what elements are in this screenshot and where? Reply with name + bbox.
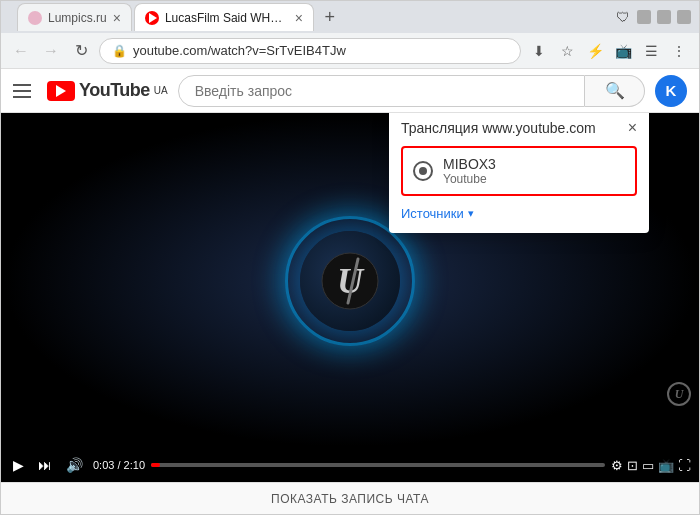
youtube-region: UA bbox=[154, 85, 168, 96]
title-bar-right: 🛡 bbox=[615, 9, 691, 25]
chat-bar-text: ПОКАЗАТЬ ЗАПИСЬ ЧАТА bbox=[271, 492, 429, 506]
tab-close-lumpics[interactable]: × bbox=[113, 10, 121, 26]
tab-youtube[interactable]: LucasFilm Said WHAT About My × bbox=[134, 3, 314, 31]
chat-bar[interactable]: ПОКАЗАТЬ ЗАПИСЬ ЧАТА bbox=[1, 482, 699, 514]
progress-bar[interactable] bbox=[151, 463, 605, 467]
youtube-logo: YouTubeUA bbox=[47, 80, 168, 101]
cast-device-item[interactable]: MIBOX3 Youtube bbox=[401, 146, 637, 196]
ue-watermark-letter: U bbox=[675, 387, 684, 402]
cast-popup-header: Трансляция www.youtube.com × bbox=[401, 120, 637, 136]
download-icon[interactable]: ⬇ bbox=[527, 39, 551, 63]
cast-sources-button[interactable]: Источники ▾ bbox=[401, 206, 637, 221]
cast-device-app: Youtube bbox=[443, 172, 496, 186]
minimize-button[interactable] bbox=[637, 10, 651, 24]
tabs-row: Lumpics.ru × LucasFilm Said WHAT About M… bbox=[9, 3, 609, 31]
hamburger-line bbox=[13, 84, 31, 86]
time-display: 0:03 / 2:10 bbox=[93, 459, 145, 471]
cast-browser-icon[interactable]: 📺 bbox=[611, 39, 635, 63]
theater-icon[interactable]: ▭ bbox=[642, 458, 654, 473]
youtube-header: YouTubeUA 🔍 K bbox=[1, 69, 699, 113]
refresh-button[interactable]: ↻ bbox=[69, 39, 93, 63]
extension-icon[interactable]: ⚡ bbox=[583, 39, 607, 63]
youtube-icon bbox=[47, 81, 75, 101]
play-button[interactable]: ▶ bbox=[9, 455, 28, 475]
new-tab-button[interactable]: + bbox=[316, 3, 344, 31]
cast-popup: Трансляция www.youtube.com × MIBOX3 Yout… bbox=[389, 113, 649, 233]
browser-window: Lumpics.ru × LucasFilm Said WHAT About M… bbox=[0, 0, 700, 515]
cast-device-name: MIBOX3 bbox=[443, 156, 496, 172]
cast-device-icon bbox=[413, 161, 433, 181]
title-bar: Lumpics.ru × LucasFilm Said WHAT About M… bbox=[1, 1, 699, 33]
ue-logo-container: U bbox=[300, 231, 400, 331]
address-right-icons: ⬇ ☆ ⚡ 📺 ☰ ⋮ bbox=[527, 39, 691, 63]
cast-video-icon[interactable]: 📺 bbox=[658, 458, 674, 473]
video-main: U Трансляция www.youtube.com × bbox=[1, 113, 699, 448]
miniplayer-icon[interactable]: ⊡ bbox=[627, 458, 638, 473]
cast-sources-arrow-icon: ▾ bbox=[468, 207, 474, 220]
lock-icon: 🔒 bbox=[112, 44, 127, 58]
video-container: U Трансляция www.youtube.com × bbox=[1, 113, 699, 482]
youtube-header-right: K bbox=[655, 75, 687, 107]
maximize-button[interactable] bbox=[657, 10, 671, 24]
back-button[interactable]: ← bbox=[9, 39, 33, 63]
tab-favicon-youtube bbox=[145, 11, 159, 25]
youtube-search: 🔍 bbox=[178, 75, 645, 107]
youtube-play-icon bbox=[56, 85, 66, 97]
hamburger-line bbox=[13, 90, 31, 92]
cast-sources-label: Источники bbox=[401, 206, 464, 221]
time-current: 0:03 bbox=[93, 459, 114, 471]
cast-device-info: MIBOX3 Youtube bbox=[443, 156, 496, 186]
youtube-logo-text: YouTube bbox=[79, 80, 150, 101]
close-button[interactable] bbox=[677, 10, 691, 24]
hamburger-menu[interactable] bbox=[13, 84, 37, 98]
url-text: youtube.com/watch?v=SrTvEIB4TJw bbox=[133, 43, 508, 58]
fullscreen-icon[interactable]: ⛶ bbox=[678, 458, 691, 473]
tab-title-youtube: LucasFilm Said WHAT About My bbox=[165, 11, 289, 25]
cast-popup-title: Трансляция www.youtube.com bbox=[401, 120, 596, 136]
tab-close-youtube[interactable]: × bbox=[295, 10, 303, 26]
video-controls-right: ⚙ ⊡ ▭ 📺 ⛶ bbox=[611, 458, 691, 473]
tab-title-lumpics: Lumpics.ru bbox=[48, 11, 107, 25]
forward-button[interactable]: → bbox=[39, 39, 63, 63]
ue-inner-circle: U bbox=[300, 231, 400, 331]
more-icon[interactable]: ⋮ bbox=[667, 39, 691, 63]
cast-close-button[interactable]: × bbox=[628, 120, 637, 136]
next-button[interactable]: ⏭ bbox=[34, 455, 56, 475]
shield-icon: 🛡 bbox=[615, 9, 631, 25]
search-input[interactable] bbox=[178, 75, 585, 107]
menu-icon[interactable]: ☰ bbox=[639, 39, 663, 63]
tab-lumpics[interactable]: Lumpics.ru × bbox=[17, 3, 132, 31]
ue-watermark: U bbox=[667, 382, 691, 406]
address-bar: ← → ↻ 🔒 youtube.com/watch?v=SrTvEIB4TJw … bbox=[1, 33, 699, 69]
settings-icon[interactable]: ⚙ bbox=[611, 458, 623, 473]
hamburger-line bbox=[13, 96, 31, 98]
profile-avatar[interactable]: K bbox=[655, 75, 687, 107]
url-bar[interactable]: 🔒 youtube.com/watch?v=SrTvEIB4TJw bbox=[99, 38, 521, 64]
time-total: 2:10 bbox=[124, 459, 145, 471]
cast-device-inner-dot bbox=[419, 167, 427, 175]
video-controls: ▶ ⏭ 🔊 0:03 / 2:10 ⚙ ⊡ ▭ 📺 ⛶ bbox=[1, 448, 699, 482]
tab-favicon-lumpics bbox=[28, 11, 42, 25]
volume-button[interactable]: 🔊 bbox=[62, 455, 87, 475]
ue-logo-svg: U bbox=[320, 251, 380, 311]
progress-fill bbox=[151, 463, 160, 467]
search-button[interactable]: 🔍 bbox=[585, 75, 645, 107]
bookmark-icon[interactable]: ☆ bbox=[555, 39, 579, 63]
